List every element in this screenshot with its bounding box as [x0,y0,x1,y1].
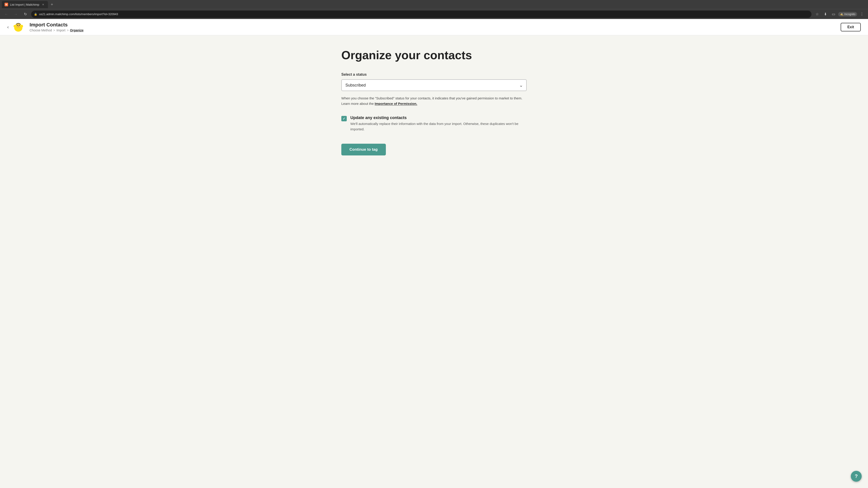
svg-point-2 [16,24,21,28]
browser-menu-button[interactable]: ⋮ [859,11,865,18]
svg-point-5 [18,26,19,27]
status-select-wrapper: Subscribed Unsubscribed Non-subscribed C… [341,79,527,91]
svg-point-6 [13,25,16,28]
continue-to-tag-button[interactable]: Continue to tag [341,144,386,156]
checkbox-label: Update any existing contacts [350,116,527,120]
status-select[interactable]: Subscribed Unsubscribed Non-subscribed C… [341,79,527,91]
tab-close-icon[interactable]: × [41,2,45,6]
update-contacts-checkbox[interactable] [341,116,347,121]
browser-chrome: M List Import | Mailchimp × + ← → ↻ 🔒 us… [0,0,868,19]
breadcrumb-organize[interactable]: Organize [70,29,84,32]
exit-button[interactable]: Exit [841,23,861,31]
forward-button[interactable]: → [12,11,20,18]
address-bar[interactable]: 🔒 us21.admin.mailchimp.com/lists/members… [31,11,811,18]
breadcrumb-import[interactable]: Import [57,29,66,32]
breadcrumb: Choose Method > Import > Organize [30,29,84,32]
checkbox-description: We'll automatically replace their inform… [350,121,527,132]
logo-container [12,21,24,33]
main-content: Organize your contacts Select a status S… [332,35,536,169]
bookmark-button[interactable]: ☆ [814,11,820,18]
svg-point-3 [17,25,18,26]
back-navigation-button[interactable]: ‹ [7,24,9,30]
svg-point-4 [19,25,20,26]
tab-title: List Import | Mailchimp [10,3,39,6]
page-title: Import Contacts [30,22,84,28]
status-description-text: When you choose the "Subscribed" status … [341,96,522,105]
status-description: When you choose the "Subscribed" status … [341,96,527,106]
checkbox-wrapper[interactable] [341,116,347,121]
browser-toolbar: ← → ↻ 🔒 us21.admin.mailchimp.com/lists/m… [0,9,868,19]
toolbar-actions: ☆ ⬇ ▭ 🕵 Incognito ⋮ [814,11,865,18]
back-button[interactable]: ← [3,11,10,18]
header-title-group: Import Contacts Choose Method > Import >… [30,22,84,32]
new-tab-button[interactable]: + [49,1,55,8]
importance-of-permission-link[interactable]: Importance of Permission. [375,102,417,105]
mailchimp-logo [12,21,24,33]
tab-favicon: M [4,3,8,6]
security-lock-icon: 🔒 [34,13,37,16]
breadcrumb-separator-1: > [53,29,55,32]
incognito-badge: 🕵 Incognito [838,12,857,17]
url-text: us21.admin.mailchimp.com/lists/members/i… [39,12,809,16]
download-button[interactable]: ⬇ [822,11,829,18]
status-label: Select a status [341,72,527,76]
app-header: ‹ Import Contacts Choose Method > Import… [0,19,868,35]
reload-button[interactable]: ↻ [22,11,29,18]
browser-tab[interactable]: M List Import | Mailchimp × [2,1,48,8]
breadcrumb-choose-method[interactable]: Choose Method [30,29,52,32]
help-button[interactable]: ? [851,471,862,482]
breadcrumb-separator-2: > [67,29,68,32]
incognito-icon: 🕵 [840,13,843,16]
checkbox-text-group: Update any existing contacts We'll autom… [350,116,527,132]
screen-cast-button[interactable]: ▭ [830,11,837,18]
status-section: Select a status Subscribed Unsubscribed … [341,72,527,106]
browser-titlebar: M List Import | Mailchimp × + [0,0,868,9]
checkbox-section: Update any existing contacts We'll autom… [341,116,527,132]
svg-point-7 [21,25,23,28]
page-heading: Organize your contacts [341,49,527,62]
incognito-label: Incognito [844,13,855,16]
